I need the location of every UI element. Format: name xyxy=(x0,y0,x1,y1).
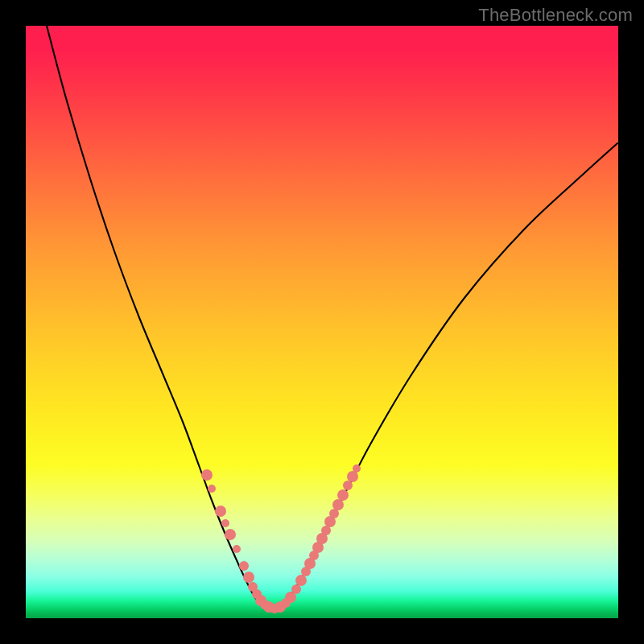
data-point xyxy=(295,575,307,586)
data-point xyxy=(215,506,226,517)
chart-frame: TheBottleneck.com xyxy=(0,0,644,644)
data-point xyxy=(243,572,254,583)
data-point xyxy=(347,471,358,482)
plot-area xyxy=(26,26,618,618)
data-point xyxy=(332,499,344,510)
data-point xyxy=(225,529,236,540)
data-point xyxy=(221,519,229,527)
data-point xyxy=(337,489,349,501)
data-point xyxy=(201,469,213,481)
marker-layer xyxy=(201,464,361,613)
data-point xyxy=(291,584,301,594)
data-point xyxy=(239,561,249,571)
data-point xyxy=(353,464,361,473)
curve-svg xyxy=(26,26,618,618)
data-point xyxy=(208,485,216,493)
watermark-text: TheBottleneck.com xyxy=(478,5,633,26)
data-point xyxy=(233,545,241,553)
data-point xyxy=(343,481,353,490)
